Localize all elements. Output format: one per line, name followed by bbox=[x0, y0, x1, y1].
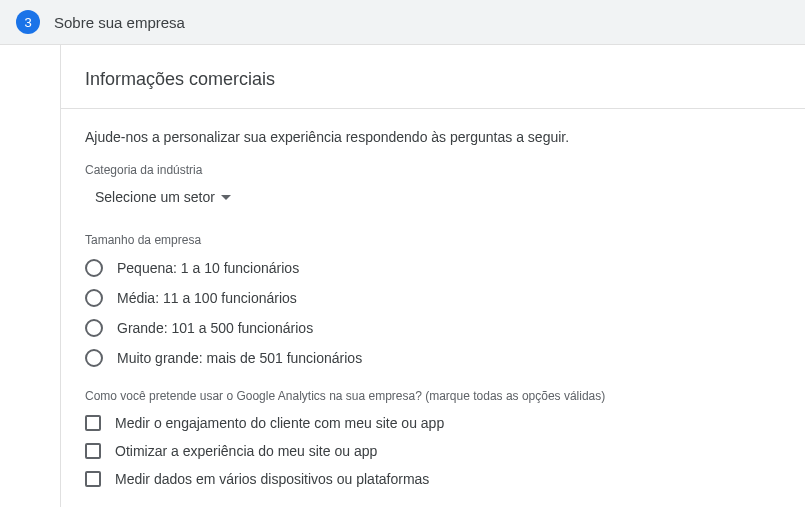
radio-icon bbox=[85, 319, 103, 337]
checkbox-label: Medir dados em vários dispositivos ou pl… bbox=[115, 471, 429, 487]
checkbox-icon bbox=[85, 415, 101, 431]
step-number-badge: 3 bbox=[16, 10, 40, 34]
size-option-large[interactable]: Grande: 101 a 500 funcionários bbox=[85, 319, 781, 337]
usage-option-cross-device[interactable]: Medir dados em vários dispositivos ou pl… bbox=[85, 471, 781, 487]
size-option-medium[interactable]: Média: 11 a 100 funcionários bbox=[85, 289, 781, 307]
step-title: Sobre sua empresa bbox=[54, 14, 185, 31]
industry-dropdown-text: Selecione um setor bbox=[95, 189, 215, 205]
usage-label: Como você pretende usar o Google Analyti… bbox=[85, 389, 781, 403]
usage-group: Medir o engajamento do cliente com meu s… bbox=[85, 415, 781, 487]
checkbox-label: Otimizar a experiência do meu site ou ap… bbox=[115, 443, 377, 459]
card-title: Informações comerciais bbox=[85, 69, 781, 90]
step-header[interactable]: 3 Sobre sua empresa bbox=[0, 0, 805, 45]
usage-option-engagement[interactable]: Medir o engajamento do cliente com meu s… bbox=[85, 415, 781, 431]
radio-label: Média: 11 a 100 funcionários bbox=[117, 290, 297, 306]
intro-text: Ajude-nos a personalizar sua experiência… bbox=[85, 129, 781, 145]
company-size-label: Tamanho da empresa bbox=[85, 233, 781, 247]
radio-icon bbox=[85, 259, 103, 277]
radio-label: Pequena: 1 a 10 funcionários bbox=[117, 260, 299, 276]
radio-label: Grande: 101 a 500 funcionários bbox=[117, 320, 313, 336]
radio-icon bbox=[85, 349, 103, 367]
industry-dropdown[interactable]: Selecione um setor bbox=[85, 185, 231, 209]
checkbox-icon bbox=[85, 471, 101, 487]
company-size-group: Pequena: 1 a 10 funcionários Média: 11 a… bbox=[85, 259, 781, 367]
divider bbox=[61, 108, 805, 109]
industry-label: Categoria da indústria bbox=[85, 163, 781, 177]
checkbox-icon bbox=[85, 443, 101, 459]
checkbox-label: Medir o engajamento do cliente com meu s… bbox=[115, 415, 444, 431]
radio-icon bbox=[85, 289, 103, 307]
caret-down-icon bbox=[221, 195, 231, 200]
size-option-small[interactable]: Pequena: 1 a 10 funcionários bbox=[85, 259, 781, 277]
radio-label: Muito grande: mais de 501 funcionários bbox=[117, 350, 362, 366]
business-info-card: Informações comerciais Ajude-nos a perso… bbox=[60, 45, 805, 507]
usage-option-optimize[interactable]: Otimizar a experiência do meu site ou ap… bbox=[85, 443, 781, 459]
size-option-very-large[interactable]: Muito grande: mais de 501 funcionários bbox=[85, 349, 781, 367]
